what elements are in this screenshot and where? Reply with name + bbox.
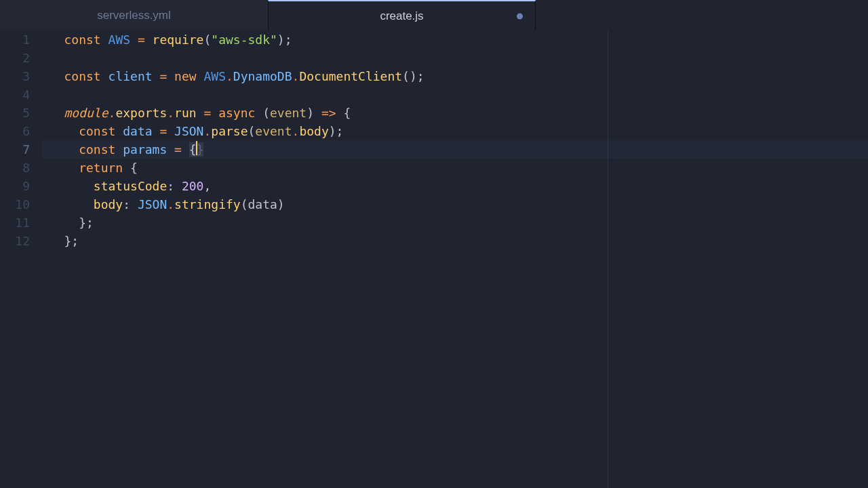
code-line: const data = JSON.parse(event.body); xyxy=(42,122,868,140)
line-number: 2 xyxy=(0,49,42,67)
code-line xyxy=(42,85,868,104)
line-number: 3 xyxy=(0,67,42,85)
code-line: statusCode: 200, xyxy=(42,177,868,195)
line-number: 5 xyxy=(0,104,42,122)
dirty-indicator-icon xyxy=(517,13,523,19)
code-line xyxy=(42,49,868,67)
code-line: module.exports.run = async (event) => { xyxy=(42,104,868,122)
code-line: return { xyxy=(42,159,868,177)
code-line: const client = new AWS.DynamoDB.Document… xyxy=(42,67,868,85)
code-line: }; xyxy=(42,214,868,232)
line-number-gutter: 1 2 3 4 5 6 7 8 9 10 11 12 xyxy=(0,30,42,488)
line-number: 11 xyxy=(0,214,42,232)
line-number: 10 xyxy=(0,195,42,214)
tab-create-js[interactable]: create.js xyxy=(268,0,536,30)
code-line: const AWS = require("aws-sdk"); xyxy=(42,30,868,49)
tab-serverless[interactable]: serverless.yml xyxy=(0,0,268,30)
line-number: 9 xyxy=(0,177,42,195)
line-number: 8 xyxy=(0,159,42,177)
line-number: 4 xyxy=(0,85,42,104)
line-number: 12 xyxy=(0,232,42,250)
code-line: }; xyxy=(42,232,868,250)
line-number: 7 xyxy=(0,140,42,159)
tab-label: serverless.yml xyxy=(97,9,171,22)
line-number: 6 xyxy=(0,122,42,140)
tab-bar: serverless.yml create.js xyxy=(0,0,868,30)
code-editor[interactable]: 1 2 3 4 5 6 7 8 9 10 11 12 const AWS = r… xyxy=(0,30,868,488)
code-line: body: JSON.stringify(data) xyxy=(42,195,868,214)
code-line: const params = {} xyxy=(42,140,868,159)
tab-label: create.js xyxy=(380,9,423,23)
code-area[interactable]: const AWS = require("aws-sdk"); const cl… xyxy=(42,30,868,488)
line-number: 1 xyxy=(0,30,42,49)
